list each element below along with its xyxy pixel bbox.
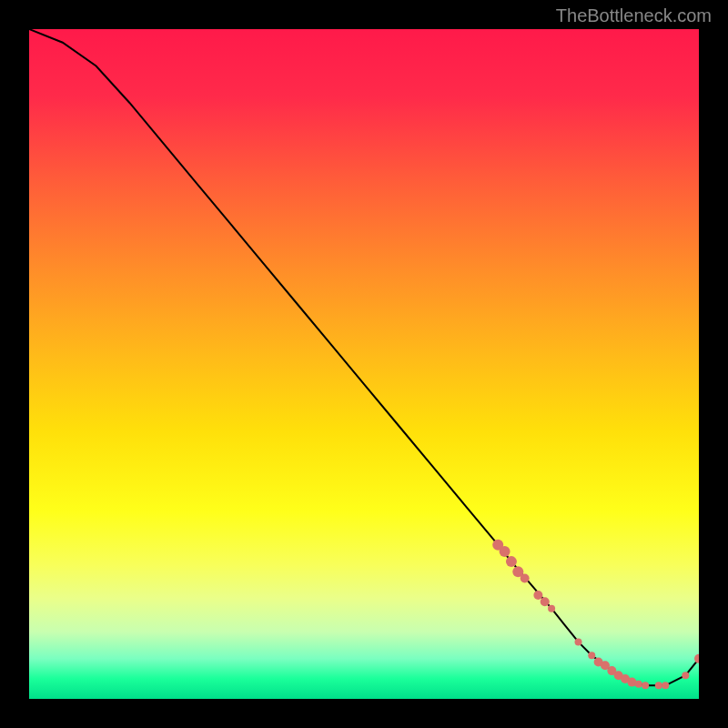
data-marker: [500, 546, 511, 557]
data-marker: [682, 672, 689, 679]
data-marker: [575, 638, 582, 645]
watermark-text: TheBottleneck.com: [556, 5, 712, 26]
data-marker: [588, 652, 595, 659]
data-marker: [655, 682, 662, 689]
data-marker: [521, 574, 530, 583]
data-marker: [548, 605, 555, 612]
data-marker: [541, 597, 550, 606]
data-marker: [694, 654, 699, 663]
data-marker: [635, 681, 642, 688]
chart-plot-area: [29, 29, 699, 699]
chart-svg: [29, 29, 699, 699]
data-marker: [506, 556, 517, 567]
data-marker: [662, 682, 669, 689]
data-marker: [533, 591, 542, 600]
data-marker: [642, 682, 649, 689]
marker-group: [492, 540, 699, 690]
data-marker: [627, 678, 636, 687]
bottleneck-curve: [29, 29, 699, 685]
